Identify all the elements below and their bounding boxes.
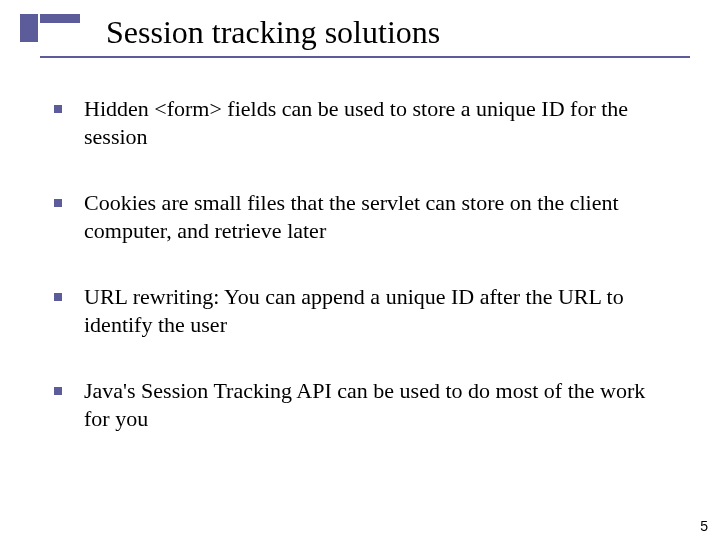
list-item: Hidden <form> fields can be used to stor… [54, 95, 674, 151]
title-ornament-bar [40, 14, 80, 23]
list-item: Java's Session Tracking API can be used … [54, 377, 674, 433]
title-ornament-block [20, 14, 38, 42]
page-number: 5 [700, 518, 708, 534]
list-item: Cookies are small files that the servlet… [54, 189, 674, 245]
slide-title: Session tracking solutions [106, 14, 440, 50]
body-area: Hidden <form> fields can be used to stor… [54, 95, 674, 471]
list-item-text: Cookies are small files that the servlet… [84, 189, 674, 245]
slide: Session tracking solutions Hidden <form>… [0, 0, 720, 540]
list-item-text: Java's Session Tracking API can be used … [84, 377, 674, 433]
square-bullet-icon [54, 293, 62, 301]
square-bullet-icon [54, 199, 62, 207]
list-item: URL rewriting: You can append a unique I… [54, 283, 674, 339]
square-bullet-icon [54, 105, 62, 113]
square-bullet-icon [54, 387, 62, 395]
list-item-text: URL rewriting: You can append a unique I… [84, 283, 674, 339]
list-item-text: Hidden <form> fields can be used to stor… [84, 95, 674, 151]
title-underline [40, 56, 690, 58]
